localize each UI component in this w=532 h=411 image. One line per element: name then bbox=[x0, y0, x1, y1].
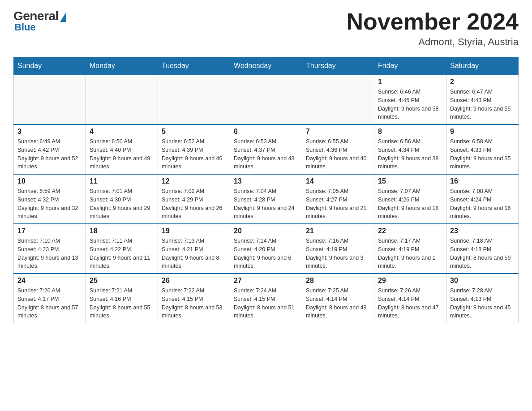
day-cell bbox=[230, 75, 302, 124]
page-header: General Blue November 2024 Admont, Styri… bbox=[13, 9, 519, 48]
day-info: Sunrise: 7:04 AMSunset: 4:28 PMDaylight:… bbox=[234, 187, 298, 221]
logo-blue-text: Blue bbox=[14, 21, 36, 33]
day-number: 21 bbox=[306, 227, 370, 235]
day-cell: 13Sunrise: 7:04 AMSunset: 4:28 PMDayligh… bbox=[230, 174, 302, 224]
day-info: Sunrise: 6:46 AMSunset: 4:45 PMDaylight:… bbox=[378, 88, 442, 121]
day-cell: 28Sunrise: 7:25 AMSunset: 4:14 PMDayligh… bbox=[302, 274, 374, 323]
day-info: Sunrise: 6:59 AMSunset: 4:32 PMDaylight:… bbox=[17, 187, 82, 221]
day-number: 20 bbox=[234, 227, 298, 235]
day-cell: 29Sunrise: 7:26 AMSunset: 4:14 PMDayligh… bbox=[374, 274, 446, 323]
day-info: Sunrise: 7:22 AMSunset: 4:15 PMDaylight:… bbox=[162, 287, 226, 320]
day-info: Sunrise: 6:53 AMSunset: 4:37 PMDaylight:… bbox=[234, 137, 298, 171]
day-number: 10 bbox=[17, 177, 82, 185]
day-cell: 19Sunrise: 7:13 AMSunset: 4:21 PMDayligh… bbox=[158, 224, 230, 274]
day-cell: 16Sunrise: 7:08 AMSunset: 4:24 PMDayligh… bbox=[446, 174, 519, 224]
day-info: Sunrise: 7:16 AMSunset: 4:19 PMDaylight:… bbox=[306, 237, 370, 270]
day-info: Sunrise: 7:20 AMSunset: 4:17 PMDaylight:… bbox=[17, 287, 82, 320]
day-cell bbox=[14, 75, 86, 124]
day-number: 25 bbox=[90, 277, 154, 285]
day-cell: 3Sunrise: 6:49 AMSunset: 4:42 PMDaylight… bbox=[14, 124, 86, 174]
day-cell: 26Sunrise: 7:22 AMSunset: 4:15 PMDayligh… bbox=[158, 274, 230, 323]
day-info: Sunrise: 6:56 AMSunset: 4:34 PMDaylight:… bbox=[378, 137, 442, 171]
day-cell: 8Sunrise: 6:56 AMSunset: 4:34 PMDaylight… bbox=[374, 124, 446, 174]
day-cell: 22Sunrise: 7:17 AMSunset: 4:19 PMDayligh… bbox=[374, 224, 446, 274]
day-info: Sunrise: 6:55 AMSunset: 4:36 PMDaylight:… bbox=[306, 137, 370, 171]
day-cell: 24Sunrise: 7:20 AMSunset: 4:17 PMDayligh… bbox=[14, 274, 86, 323]
week-row-4: 17Sunrise: 7:10 AMSunset: 4:23 PMDayligh… bbox=[14, 224, 519, 274]
day-info: Sunrise: 7:13 AMSunset: 4:21 PMDaylight:… bbox=[162, 237, 226, 270]
week-row-2: 3Sunrise: 6:49 AMSunset: 4:42 PMDaylight… bbox=[14, 124, 519, 174]
col-wednesday: Wednesday bbox=[230, 57, 302, 75]
day-number: 13 bbox=[234, 177, 298, 185]
day-info: Sunrise: 7:14 AMSunset: 4:20 PMDaylight:… bbox=[234, 237, 298, 270]
day-number: 22 bbox=[378, 227, 442, 235]
day-cell: 5Sunrise: 6:52 AMSunset: 4:39 PMDaylight… bbox=[158, 124, 230, 174]
day-cell: 18Sunrise: 7:11 AMSunset: 4:22 PMDayligh… bbox=[86, 224, 158, 274]
day-number: 19 bbox=[162, 227, 226, 235]
day-number: 1 bbox=[378, 78, 442, 86]
day-cell: 10Sunrise: 6:59 AMSunset: 4:32 PMDayligh… bbox=[14, 174, 86, 224]
day-number: 18 bbox=[90, 227, 154, 235]
day-number: 15 bbox=[378, 177, 442, 185]
week-row-3: 10Sunrise: 6:59 AMSunset: 4:32 PMDayligh… bbox=[14, 174, 519, 224]
days-of-week-row: Sunday Monday Tuesday Wednesday Thursday… bbox=[14, 57, 519, 75]
day-number: 24 bbox=[17, 277, 82, 285]
day-number: 27 bbox=[234, 277, 298, 285]
day-number: 7 bbox=[306, 128, 370, 136]
day-cell bbox=[158, 75, 230, 124]
day-cell: 7Sunrise: 6:55 AMSunset: 4:36 PMDaylight… bbox=[302, 124, 374, 174]
day-cell: 15Sunrise: 7:07 AMSunset: 4:26 PMDayligh… bbox=[374, 174, 446, 224]
day-info: Sunrise: 6:50 AMSunset: 4:40 PMDaylight:… bbox=[90, 137, 154, 171]
day-info: Sunrise: 7:25 AMSunset: 4:14 PMDaylight:… bbox=[306, 287, 370, 320]
day-info: Sunrise: 7:11 AMSunset: 4:22 PMDaylight:… bbox=[90, 237, 154, 270]
day-number: 5 bbox=[162, 128, 226, 136]
day-number: 16 bbox=[450, 177, 515, 185]
day-info: Sunrise: 7:24 AMSunset: 4:15 PMDaylight:… bbox=[234, 287, 298, 320]
location-subtitle: Admont, Styria, Austria bbox=[347, 36, 519, 48]
day-info: Sunrise: 7:05 AMSunset: 4:27 PMDaylight:… bbox=[306, 187, 370, 221]
day-cell: 20Sunrise: 7:14 AMSunset: 4:20 PMDayligh… bbox=[230, 224, 302, 274]
day-cell: 4Sunrise: 6:50 AMSunset: 4:40 PMDaylight… bbox=[86, 124, 158, 174]
day-number: 9 bbox=[450, 128, 515, 136]
col-monday: Monday bbox=[86, 57, 158, 75]
day-info: Sunrise: 6:52 AMSunset: 4:39 PMDaylight:… bbox=[162, 137, 226, 171]
day-cell: 14Sunrise: 7:05 AMSunset: 4:27 PMDayligh… bbox=[302, 174, 374, 224]
day-cell: 30Sunrise: 7:28 AMSunset: 4:13 PMDayligh… bbox=[446, 274, 519, 323]
day-number: 30 bbox=[450, 277, 515, 285]
day-cell: 27Sunrise: 7:24 AMSunset: 4:15 PMDayligh… bbox=[230, 274, 302, 323]
col-sunday: Sunday bbox=[14, 57, 86, 75]
day-info: Sunrise: 7:26 AMSunset: 4:14 PMDaylight:… bbox=[378, 287, 442, 320]
col-tuesday: Tuesday bbox=[158, 57, 230, 75]
day-number: 14 bbox=[306, 177, 370, 185]
day-number: 23 bbox=[450, 227, 515, 235]
day-number: 6 bbox=[234, 128, 298, 136]
day-number: 12 bbox=[162, 177, 226, 185]
day-cell: 23Sunrise: 7:18 AMSunset: 4:18 PMDayligh… bbox=[446, 224, 519, 274]
day-cell: 2Sunrise: 6:47 AMSunset: 4:43 PMDaylight… bbox=[446, 75, 519, 124]
day-number: 17 bbox=[17, 227, 82, 235]
week-row-5: 24Sunrise: 7:20 AMSunset: 4:17 PMDayligh… bbox=[14, 274, 519, 323]
col-friday: Friday bbox=[374, 57, 446, 75]
day-cell: 17Sunrise: 7:10 AMSunset: 4:23 PMDayligh… bbox=[14, 224, 86, 274]
day-number: 28 bbox=[306, 277, 370, 285]
day-number: 2 bbox=[450, 78, 515, 86]
day-info: Sunrise: 7:18 AMSunset: 4:18 PMDaylight:… bbox=[450, 237, 515, 270]
day-cell: 21Sunrise: 7:16 AMSunset: 4:19 PMDayligh… bbox=[302, 224, 374, 274]
day-cell: 25Sunrise: 7:21 AMSunset: 4:16 PMDayligh… bbox=[86, 274, 158, 323]
col-thursday: Thursday bbox=[302, 57, 374, 75]
day-info: Sunrise: 7:17 AMSunset: 4:19 PMDaylight:… bbox=[378, 237, 442, 270]
day-number: 8 bbox=[378, 128, 442, 136]
day-info: Sunrise: 7:10 AMSunset: 4:23 PMDaylight:… bbox=[17, 237, 82, 270]
day-info: Sunrise: 7:08 AMSunset: 4:24 PMDaylight:… bbox=[450, 187, 515, 221]
day-info: Sunrise: 7:02 AMSunset: 4:29 PMDaylight:… bbox=[162, 187, 226, 221]
day-cell bbox=[302, 75, 374, 124]
day-info: Sunrise: 7:01 AMSunset: 4:30 PMDaylight:… bbox=[90, 187, 154, 221]
calendar-table: Sunday Monday Tuesday Wednesday Thursday… bbox=[13, 57, 519, 323]
day-cell bbox=[86, 75, 158, 124]
day-info: Sunrise: 7:28 AMSunset: 4:13 PMDaylight:… bbox=[450, 287, 515, 320]
day-number: 11 bbox=[90, 177, 154, 185]
day-info: Sunrise: 7:07 AMSunset: 4:26 PMDaylight:… bbox=[378, 187, 442, 221]
day-number: 26 bbox=[162, 277, 226, 285]
logo: General Blue bbox=[13, 9, 66, 33]
day-cell: 1Sunrise: 6:46 AMSunset: 4:45 PMDaylight… bbox=[374, 75, 446, 124]
